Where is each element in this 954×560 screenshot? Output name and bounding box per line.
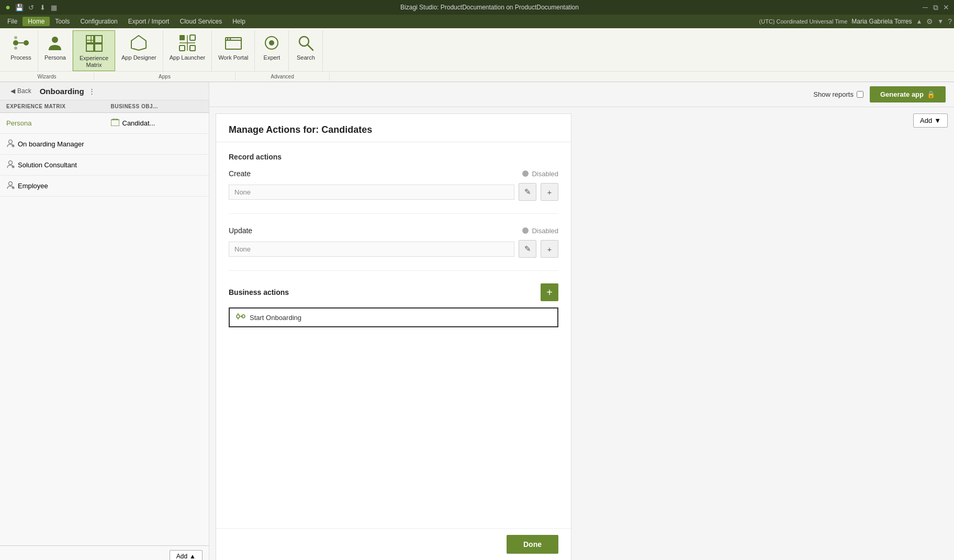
sidebar: ◀ Back Onboarding ⋮ EXPERIENCE MATRIX BU… <box>0 82 209 560</box>
sidebar-column-headers: EXPERIENCE MATRIX BUSINESS OBJ... <box>0 100 209 113</box>
svg-rect-13 <box>179 35 185 40</box>
show-reports-label: Show reports <box>813 90 854 98</box>
sidebar-title: Onboarding <box>40 87 84 96</box>
ribbon-search-label: Search <box>297 54 315 61</box>
menu-home[interactable]: Home <box>23 17 50 26</box>
right-panel: Add ▼ <box>571 107 954 560</box>
process-icon <box>10 32 31 53</box>
sidebar-rows: Persona Candidat... <box>0 113 209 545</box>
create-status: Disabled <box>522 170 558 178</box>
sidebar-cell-candidates: Candidat... <box>105 116 209 131</box>
update-action-header: Update Disabled <box>229 226 558 235</box>
lock-icon: 🔒 <box>927 90 935 98</box>
svg-point-3 <box>14 36 17 39</box>
svg-rect-6 <box>86 36 94 43</box>
menu-file[interactable]: File <box>2 17 23 26</box>
business-actions-section: Business actions + <box>229 283 558 327</box>
ribbon-expert[interactable]: Expert <box>255 30 289 71</box>
refresh-icon[interactable]: ↺ <box>27 4 35 11</box>
minimize-btn[interactable]: ─ <box>922 4 929 11</box>
back-label: Back <box>17 87 31 95</box>
bizagi-logo: ● <box>4 4 12 11</box>
generate-app-button[interactable]: Generate app 🔒 <box>870 86 946 102</box>
ribbon-persona[interactable]: Persona <box>38 30 73 71</box>
help-icon[interactable]: ? <box>948 17 952 26</box>
svg-point-0 <box>13 40 18 45</box>
ribbon: Process Persona <box>0 28 954 82</box>
ribbon-app-launcher[interactable]: App Launcher <box>163 30 212 71</box>
update-status-label: Disabled <box>532 227 558 235</box>
update-input[interactable] <box>229 242 514 257</box>
menu-cloud-services[interactable]: Cloud Services <box>174 17 227 26</box>
done-button[interactable]: Done <box>507 535 558 554</box>
show-reports-checkbox[interactable] <box>857 91 863 98</box>
business-action-item-0[interactable]: Start Onboarding <box>229 307 558 327</box>
title-bar-right: ─ ⧉ ✕ <box>922 4 950 11</box>
dialog-panel: Manage Actions for: Candidates Record ac… <box>209 107 954 560</box>
svg-point-23 <box>269 40 274 45</box>
sidebar-row-employee[interactable]: + Employee <box>0 176 209 197</box>
chevron-down-icon[interactable]: ▼ <box>937 18 944 25</box>
svg-point-21 <box>229 38 231 40</box>
right-panel-add-button[interactable]: Add ▼ <box>913 113 948 128</box>
right-panel-topbar: Add ▼ <box>578 113 948 128</box>
ribbon-exp-matrix-label: ExperienceMatrix <box>80 55 108 68</box>
ribbon-experience-matrix[interactable]: ExperienceMatrix <box>73 30 115 71</box>
sidebar-row-solution-consultant[interactable]: + Solution Consultant <box>0 155 209 176</box>
ribbon-section-wizards: Wizards <box>0 73 94 81</box>
persona-link[interactable]: Persona <box>6 119 31 127</box>
chevron-up-icon[interactable]: ▲ <box>916 18 922 25</box>
sidebar-add-button[interactable]: Add ▲ <box>170 550 203 560</box>
menu-help[interactable]: Help <box>227 17 251 26</box>
layout-icon[interactable]: ▦ <box>50 4 58 11</box>
person-icon-1: + <box>6 139 15 149</box>
menu-tools[interactable]: Tools <box>50 17 75 26</box>
sidebar-menu-icon[interactable]: ⋮ <box>88 87 95 95</box>
gear-icon[interactable]: ⚙ <box>926 17 933 26</box>
update-edit-button[interactable]: ✎ <box>519 240 536 258</box>
svg-rect-8 <box>86 44 94 51</box>
svg-point-5 <box>52 37 58 43</box>
dialog-body: Record actions Create Disabled <box>216 142 571 528</box>
record-actions-title: Record actions <box>229 153 558 161</box>
save-icon[interactable]: 💾 <box>16 4 23 11</box>
user-name: Maria Gabriela Torres <box>851 18 912 25</box>
main-content: ◀ Back Onboarding ⋮ EXPERIENCE MATRIX BU… <box>0 82 954 560</box>
close-btn[interactable]: ✕ <box>942 4 950 11</box>
restore-btn[interactable]: ⧉ <box>932 4 939 11</box>
start-onboarding-label: Start Onboarding <box>250 314 301 322</box>
download-icon[interactable]: ⬇ <box>39 4 46 11</box>
show-reports-area: Show reports <box>813 90 863 98</box>
ribbon-section-advanced: Advanced <box>235 73 330 81</box>
svg-point-33 <box>9 182 13 186</box>
ribbon-search[interactable]: Search <box>289 30 323 71</box>
update-add-button[interactable]: + <box>541 240 558 258</box>
svg-point-36 <box>237 315 240 318</box>
create-status-label: Disabled <box>532 170 558 178</box>
business-actions-add-button[interactable]: + <box>541 283 558 301</box>
app-title: Bizagi Studio: ProductDocumentation on P… <box>58 4 922 11</box>
svg-point-27 <box>9 140 13 144</box>
create-input[interactable] <box>229 185 514 200</box>
create-add-button[interactable]: + <box>541 183 558 201</box>
sidebar-row-onboarding-manager[interactable]: + On boarding Manager <box>0 134 209 155</box>
ribbon-process[interactable]: Process <box>4 30 38 71</box>
svg-point-30 <box>9 161 13 165</box>
sidebar-row-persona[interactable]: Persona Candidat... <box>0 113 209 134</box>
menu-export-import[interactable]: Export / Import <box>123 17 175 26</box>
persona-icon <box>44 32 65 53</box>
candidate-icon <box>111 119 119 128</box>
create-edit-button[interactable]: ✎ <box>519 183 536 201</box>
work-portal-icon <box>223 32 244 53</box>
menu-configuration[interactable]: Configuration <box>75 17 122 26</box>
back-button[interactable]: ◀ Back <box>6 85 36 97</box>
ribbon-work-portal[interactable]: Work Portal <box>212 30 255 71</box>
update-status-dot <box>522 227 529 234</box>
ribbon-sections: Wizards Apps Advanced <box>0 71 954 82</box>
ribbon-section-apps: Apps <box>94 73 235 81</box>
create-action-row: Create Disabled ✎ + <box>229 169 558 214</box>
experience-matrix-icon <box>84 33 105 54</box>
create-add-icon: + <box>547 188 552 197</box>
ribbon-app-designer[interactable]: App Designer <box>115 30 163 71</box>
business-actions-title: Business actions <box>229 288 289 296</box>
